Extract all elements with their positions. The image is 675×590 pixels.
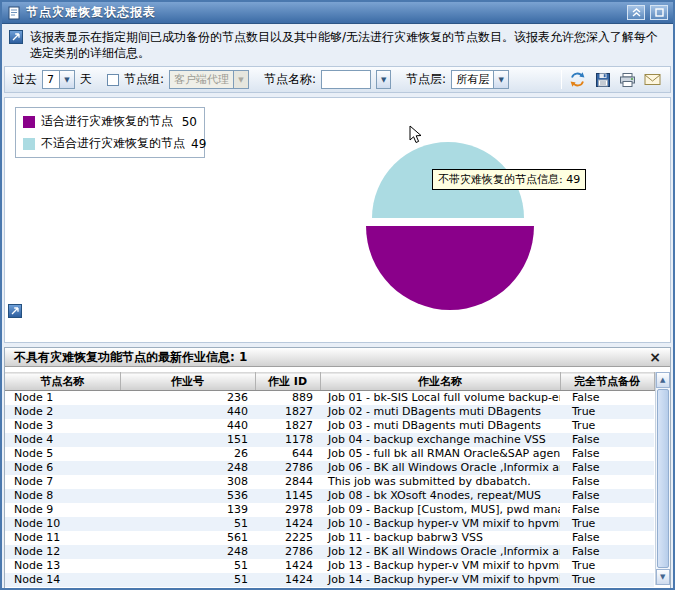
table-cell: Node 11: [5, 531, 120, 545]
table-cell: Job 01 - bk-SIS Local full volume backup…: [320, 391, 560, 406]
table-cell: Node 2: [5, 405, 120, 419]
table-row[interactable]: Node 526644Job 05 - full bk all RMAN Ora…: [5, 447, 654, 461]
chart-panel: 适合进行灾难恢复的节点 50 不适合进行灾难恢复的节点 49 不带灾难恢复的节点…: [4, 97, 671, 343]
days-select[interactable]: 7 ▼: [42, 70, 75, 89]
column-header[interactable]: 节点名称: [5, 373, 120, 391]
table-row[interactable]: Node 122482786Job 12 - BK all Windows Or…: [5, 545, 654, 559]
table-row[interactable]: Node 73082844This job was submitted by d…: [5, 475, 654, 489]
table-cell: False: [560, 433, 654, 447]
email-icon[interactable]: [643, 70, 662, 89]
report-icon: [7, 6, 21, 20]
table-cell: Node 4: [5, 433, 120, 447]
table-cell: False: [560, 447, 654, 461]
table-cell: Job 04 - backup exchange machine VSS: [320, 433, 560, 447]
vertical-scrollbar[interactable]: ▲ ▼: [655, 372, 671, 585]
table-cell: 248: [120, 545, 255, 559]
chevron-down-icon: ▼: [493, 71, 508, 88]
legend-item-unrecoverable[interactable]: 不适合进行灾难恢复的节点 49: [23, 135, 197, 152]
table-cell: True: [560, 517, 654, 531]
column-header[interactable]: 作业号: [120, 373, 255, 391]
table-row[interactable]: Node 85361145Job 08 - bk XOsoft 4nodes, …: [5, 489, 654, 503]
table-row[interactable]: Node 62482786Job 06 - BK all Windows Ora…: [5, 461, 654, 475]
window-box-icon: [655, 8, 664, 17]
table-row[interactable]: Node 24401827Job 02 - muti DBagents muti…: [5, 405, 654, 419]
pie-slice-fit[interactable]: [366, 226, 534, 310]
table-row[interactable]: Node 1236889Job 01 - bk-SIS Local full v…: [5, 391, 654, 406]
table-cell: False: [560, 503, 654, 517]
node-name-label: 节点名称:: [264, 71, 316, 88]
report-window: 节点灾难恢复状态报表 该报表显示在指定期间已成功备份的节点数目以及其中能够/无法…: [0, 0, 675, 590]
table-cell: Node 5: [5, 447, 120, 461]
table-row[interactable]: Node 91392978Job 09 - Backup [Custom, MU…: [5, 503, 654, 517]
close-icon[interactable]: ×: [649, 350, 661, 364]
refresh-icon[interactable]: [568, 70, 587, 89]
filter-toolbar: 过去 7 ▼ 天 节点组: 客户端代理 ▼ 节点名称: ▼ 节点层: 所有层 ▼: [4, 66, 671, 93]
table-cell: 2786: [255, 461, 320, 475]
table-cell: False: [560, 461, 654, 475]
details-panel: 不具有灾难恢复功能节点的最新作业信息: 1 × 节点名称作业号作业 ID作业名称…: [4, 347, 671, 589]
node-name-input[interactable]: [321, 70, 371, 89]
table-cell: Job 14 - Backup hyper-v VM mixif to hpvm…: [320, 573, 560, 587]
node-tier-select[interactable]: 所有层 ▼: [451, 70, 509, 89]
table-cell: Job 13 - Backup hyper-v VM mixif to hpvm…: [320, 559, 560, 573]
chart-tooltip: 不带灾难恢复的节点信息: 49: [432, 169, 586, 190]
table-cell: Node 3: [5, 419, 120, 433]
double-chevron-up-icon: [632, 8, 641, 17]
chevron-down-icon: ▼: [59, 71, 74, 88]
chevron-down-icon: ▼: [233, 71, 248, 88]
table-cell: Node 9: [5, 503, 120, 517]
table-row[interactable]: Node 10511424Job 10 - Backup hyper-v VM …: [5, 517, 654, 531]
table-row[interactable]: Node 41511178Job 04 - backup exchange ma…: [5, 433, 654, 447]
table-cell: Node 10: [5, 517, 120, 531]
print-icon[interactable]: [618, 70, 637, 89]
table-cell: False: [560, 545, 654, 559]
scrollbar-thumb[interactable]: [657, 389, 670, 568]
table-cell: True: [560, 559, 654, 573]
save-icon[interactable]: [593, 70, 612, 89]
table-cell: 1827: [255, 419, 320, 433]
table-cell: 51: [120, 573, 255, 587]
table-cell: False: [560, 489, 654, 503]
table-cell: False: [560, 391, 654, 406]
table-row[interactable]: Node 34401827Job 03 - muti DBagents muti…: [5, 419, 654, 433]
collapse-button[interactable]: [627, 5, 645, 20]
table-cell: Node 8: [5, 489, 120, 503]
table-row[interactable]: Node 13511424Job 13 - Backup hyper-v VM …: [5, 559, 654, 573]
column-header[interactable]: 作业名称: [320, 373, 560, 391]
legend-swatch-fit: [23, 116, 35, 128]
node-name-dropdown-button[interactable]: ▼: [376, 70, 391, 89]
table-cell: 440: [120, 405, 255, 419]
table-cell: Job 09 - Backup [Custom, MUS], pwd manag…: [320, 503, 560, 517]
maximize-button[interactable]: [650, 5, 668, 20]
table-cell: 644: [255, 447, 320, 461]
table-cell: 1424: [255, 517, 320, 531]
legend-count: 49: [191, 137, 206, 151]
table-cell: 51: [120, 517, 255, 531]
scroll-down-icon[interactable]: ▼: [656, 569, 671, 585]
column-header[interactable]: 作业 ID: [255, 373, 320, 391]
toolbar-separator: [561, 70, 562, 89]
table-cell: False: [560, 531, 654, 545]
table-row[interactable]: Node 115612225Job 11 - backup babrw3 VSS…: [5, 531, 654, 545]
table-cell: 51: [120, 559, 255, 573]
scroll-up-icon[interactable]: ▲: [656, 372, 671, 388]
column-header[interactable]: 完全节点备份: [560, 373, 654, 391]
table-cell: Job 03 - muti DBagents muti DBagents: [320, 419, 560, 433]
legend-item-recoverable[interactable]: 适合进行灾难恢复的节点 50: [23, 113, 197, 130]
table-row[interactable]: Node 14511424Job 14 - Backup hyper-v VM …: [5, 573, 654, 587]
node-tier-label: 节点层:: [406, 71, 446, 88]
legend-count: 50: [182, 115, 197, 129]
jobs-table-body: Node 1236889Job 01 - bk-SIS Local full v…: [5, 391, 654, 588]
table-cell: This job was submitted by dbabatch.: [320, 475, 560, 489]
table-cell: 2978: [255, 503, 320, 517]
jobs-table: 节点名称作业号作业 ID作业名称完全节点备份 Node 1236889Job 0…: [5, 372, 655, 587]
jobs-table-header-row: 节点名称作业号作业 ID作业名称完全节点备份: [5, 373, 654, 391]
panel-expand-icon[interactable]: [8, 304, 22, 318]
panel-expand-icon[interactable]: [9, 30, 23, 44]
table-cell: Node 12: [5, 545, 120, 559]
table-cell: True: [560, 573, 654, 587]
description-row: 该报表显示在指定期间已成功备份的节点数目以及其中能够/无法进行灾难恢复的节点数目…: [2, 24, 673, 64]
table-cell: 1424: [255, 559, 320, 573]
node-group-checkbox[interactable]: [107, 74, 119, 86]
table-cell: 236: [120, 391, 255, 406]
